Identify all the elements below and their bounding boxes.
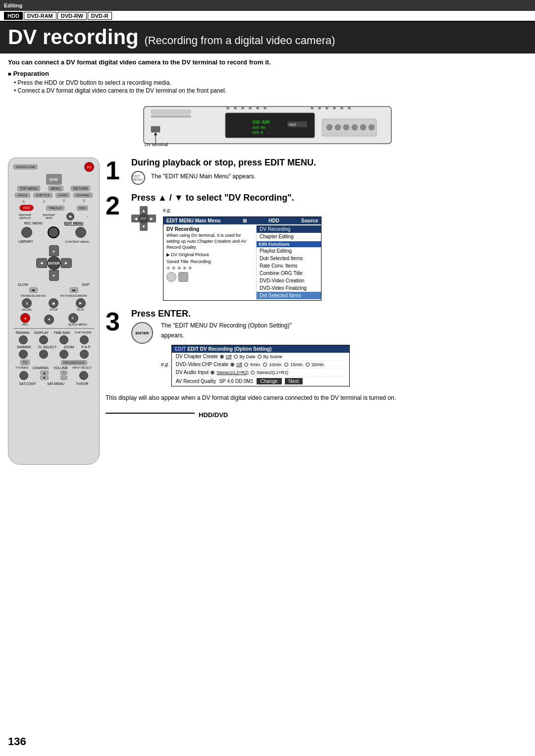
quick-menu-btn[interactable]: 🔍	[68, 313, 78, 323]
change-btn[interactable]: Change	[257, 378, 282, 384]
recorder-image: DVD-RAM DVD-RW DVD-R HDD DV terminal	[129, 99, 406, 151]
main-content: You can connect a DV format digital vide…	[0, 54, 535, 470]
channel-remote-btn[interactable]: CHANNEL	[73, 193, 93, 198]
edit-menu-label: EDIT MENU	[64, 221, 84, 225]
dvd-off-radio	[230, 363, 234, 367]
page-title: DV recording (Recording from a digital v…	[8, 26, 527, 49]
svg-point-8	[264, 107, 267, 109]
svg-point-4	[234, 107, 237, 109]
display-btn[interactable]	[39, 335, 48, 344]
dvd-icon: DVD	[50, 177, 58, 182]
chap-off-radio	[220, 355, 224, 359]
screen2-header: EDIT MENU Main Menu ⊞ HDD Source	[163, 217, 321, 224]
svg-text:HDD: HDD	[289, 123, 296, 126]
menu-btn[interactable]: MENU	[48, 186, 63, 191]
dimmer-btn[interactable]	[19, 350, 28, 359]
step-2: 2 Press ▲ / ▼ to select "DV Recording". …	[106, 193, 527, 301]
star-btn[interactable]: ★	[44, 315, 54, 324]
enter-btn[interactable]: ENTER	[47, 256, 61, 270]
svg-rect-2	[151, 115, 191, 117]
stop-btn[interactable]: ⏹	[49, 298, 58, 308]
svg-text:DVD-R: DVD-R	[253, 131, 264, 135]
fl-select-btn[interactable]	[39, 350, 48, 359]
channel-down-btn[interactable]: ▼	[40, 376, 49, 380]
prep-list: Press the HDD or DVD button to select a …	[8, 79, 527, 94]
svg-point-25	[352, 124, 358, 130]
step3-screen: EDIT EDIT DV Recording (Option Setting) …	[171, 345, 350, 386]
svg-text:DV terminal: DV terminal	[145, 142, 168, 147]
frame-fwd-btn[interactable]: ⏭	[70, 287, 78, 293]
up-btn[interactable]: ▲	[49, 245, 59, 256]
step3-eg: e.g.	[161, 362, 169, 367]
top-bar: Editing	[0, 0, 535, 11]
chp-divide-btn[interactable]	[80, 335, 89, 344]
menu-rate-conv: Rate Conv. Items	[257, 262, 321, 270]
hdd-btn[interactable]: HDD	[19, 205, 34, 211]
svg-point-23	[335, 124, 341, 130]
device-image-area: DVD-RAM DVD-RW DVD-R HDD DV terminal	[8, 99, 527, 153]
edit-menu-btn[interactable]	[48, 226, 59, 238]
svg-point-27	[369, 124, 374, 130]
svg-point-10	[318, 107, 321, 109]
step-1-title: During playback or stop, press EDIT MENU…	[131, 158, 527, 168]
step-1-desc: The "EDIT MENU Main Menu" appears.	[151, 173, 256, 180]
open-close-btn[interactable]: OPEN/CLOSE	[13, 164, 38, 169]
screen2-right: DV Recording Chapter Editing Edit Functi…	[257, 224, 321, 300]
hdd-dvd-label: HDD/DVD	[199, 411, 228, 419]
play-btn[interactable]: ▶	[76, 298, 86, 308]
vol-down-btn[interactable]: -	[60, 376, 67, 380]
power-btn[interactable]: I/O	[84, 162, 94, 172]
zoom-btn[interactable]	[59, 350, 68, 359]
step-3-title: Press ENTER.	[131, 309, 527, 319]
frame-back-btn[interactable]: ⏮	[29, 287, 38, 293]
library-btn[interactable]	[21, 227, 32, 238]
progressive-btn[interactable]: PROGRESSIVE	[61, 360, 88, 365]
dvd-20min-radio	[306, 363, 310, 367]
rec-menu-label: REC MENU	[24, 221, 43, 225]
screen3-footer: AV Record Quality SP 4.6 DD 0M1 Change N…	[172, 377, 349, 386]
pause-btn[interactable]: ⏸	[22, 298, 32, 308]
prep-item-2: Connect a DV format digital video camera…	[14, 87, 527, 94]
timeslip-btn[interactable]: TIMESLIP	[46, 206, 64, 211]
dvd-10min-radio	[263, 363, 267, 367]
d-pad: ▲ ▼ ◀ ▶ ENTER	[36, 245, 72, 281]
format-dvd-r[interactable]: DVD-R	[88, 12, 112, 20]
remain-btn[interactable]	[19, 335, 28, 344]
channel-up-btn[interactable]: ▲	[40, 371, 49, 375]
bottom-note: This display will also appear when a DV …	[106, 394, 527, 401]
input-select-btn[interactable]	[79, 371, 88, 380]
svg-text:DVD-RAM: DVD-RAM	[253, 120, 269, 125]
pip-btn[interactable]	[80, 350, 89, 359]
vol-up-btn[interactable]: +	[60, 371, 67, 375]
left-btn[interactable]: ◀	[36, 258, 47, 268]
step2-enter: ENT	[139, 214, 149, 223]
right-btn[interactable]: ▶	[61, 258, 72, 268]
timebar-btn[interactable]	[59, 335, 68, 344]
audio-btn[interactable]: AUDIO	[55, 193, 70, 198]
tv-btn[interactable]: TV	[20, 360, 30, 365]
format-hdd[interactable]: HDD	[4, 12, 23, 20]
format-bar: HDD DVD-RAM DVD-RW DVD-R	[0, 11, 535, 22]
content-menu-btn[interactable]	[75, 227, 86, 238]
screen3-header: EDIT EDIT DV Recording (Option Setting)	[172, 345, 349, 353]
menu-dvd-create: DVD-Video Creation	[257, 277, 321, 284]
audio-stereo2-radio	[251, 371, 255, 375]
tv-video-btn[interactable]	[19, 371, 28, 380]
subtitle-btn[interactable]: SUBTITLE	[33, 193, 53, 198]
step-1-number: 1	[106, 158, 125, 185]
angle-btn[interactable]: ANGLE	[15, 193, 30, 198]
format-dvd-rw[interactable]: DVD-RW	[57, 12, 87, 20]
format-dvd-ram[interactable]: DVD-RAM	[24, 12, 56, 20]
top-menu-btn[interactable]: TOP MENU	[17, 186, 41, 191]
easy-navi-btn[interactable]: ▶	[66, 213, 74, 220]
return-btn[interactable]: RETURN	[71, 186, 90, 191]
step-2-number: 2	[106, 193, 125, 301]
chap-byscene-radio	[258, 355, 262, 359]
drd-btn[interactable]: DRD	[77, 206, 88, 211]
next-btn[interactable]: Next	[285, 378, 303, 384]
step-1-content: During playback or stop, press EDIT MENU…	[131, 158, 527, 185]
rec-btn[interactable]: ●	[20, 313, 30, 323]
page-number: 136	[8, 735, 26, 748]
audio-stereo1-radio	[211, 371, 214, 375]
down-btn[interactable]: ▼	[49, 270, 59, 281]
